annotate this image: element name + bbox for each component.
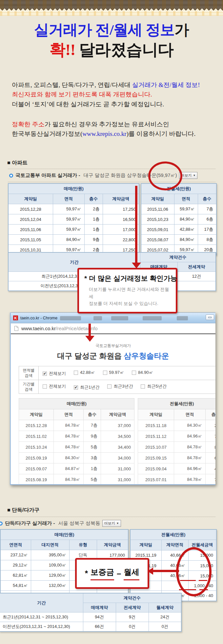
checkbox-icon[interactable] xyxy=(74,371,78,375)
filter-option[interactable]: 전체보기 xyxy=(43,383,66,389)
checkbox-icon[interactable] xyxy=(107,384,112,389)
filter-option-label: 최근5년간 xyxy=(147,383,166,389)
table-cell: 84.78㎡ xyxy=(54,474,84,485)
filter-option[interactable]: 59.97㎡ xyxy=(103,370,124,376)
apt-bar-title: 국토교통부 아파트 실거래가 - xyxy=(15,172,80,179)
red-underline-mark xyxy=(199,580,207,581)
browser-urlbar[interactable]: www.taein.co.kr/realPrice/detailinfo xyxy=(11,323,215,334)
table-row: 2015.09.0484.96㎡4 xyxy=(138,463,215,474)
table-cell: 2 xyxy=(206,420,215,431)
table-cell: 84,90㎡ xyxy=(174,214,198,225)
filter-label-line: 검색 xyxy=(20,387,38,392)
dandok-rent-group-header: 전월세(만원) xyxy=(130,529,216,540)
table-cell: 1층 xyxy=(84,225,103,235)
notice-line1-red: 정확한 주소 xyxy=(12,121,45,128)
table-cell: 66건 xyxy=(83,622,116,632)
table-cell: 17,000 xyxy=(103,225,139,235)
table-cell: 2015,10,23 xyxy=(141,214,174,225)
table-cell: 2015,12,04 xyxy=(8,214,53,225)
red-underline-mark xyxy=(179,589,196,590)
titlebar-artifact xyxy=(143,316,162,320)
table-cell: 7층 xyxy=(198,204,216,214)
filter-area-label: 면적별검색 xyxy=(19,366,39,380)
dandok-summary-table: 기간 계약건수 매매계약 전세계약 월세계약 최근1년(2014,12,31 ~… xyxy=(0,593,182,632)
filter-option[interactable]: ✔전체보기 xyxy=(43,371,66,376)
dandok-more-button[interactable]: 더보기▼ xyxy=(102,520,121,527)
table-cell: 84.78㎡ xyxy=(174,474,206,485)
checkbox-icon[interactable] xyxy=(43,384,47,389)
table-row: 2015.08.1984.78㎡5층31,000 xyxy=(19,474,134,485)
filter-option[interactable]: 최근5년간 xyxy=(141,383,166,389)
table-row: 2015,11,0659,97㎡7층 xyxy=(141,204,216,214)
table-cell: 0건 xyxy=(149,622,181,632)
col-header: 층수 xyxy=(84,194,103,204)
intro-line1-black: 아파트, 오피스텔, 단독/다가구, 연립/다세대 xyxy=(12,81,132,88)
table-cell: 9층 xyxy=(84,235,103,245)
checkbox-icon[interactable] xyxy=(103,371,107,375)
url-text[interactable]: www.taein.co.kr/realPrice/detailinfo xyxy=(21,326,98,331)
checkbox-icon[interactable]: ✔ xyxy=(43,372,47,376)
table-row: 2015.07.0184.78㎡7 xyxy=(138,474,215,485)
filter-row-period: 기간별검색 전체보기✔최근1년간최근3년간최근5년간 xyxy=(19,380,216,394)
col-header: 매매계약 xyxy=(83,603,116,612)
intro-line2: 최신자료와 함께 보기 편하도록 대폭 개편했습니다. xyxy=(12,90,215,99)
callout-word-rent: 월세 xyxy=(124,567,139,580)
checkbox-icon[interactable] xyxy=(141,384,145,389)
minimize-button[interactable] xyxy=(206,314,214,320)
table-cell: 84,90㎡ xyxy=(174,235,198,245)
table-cell: 4 xyxy=(206,463,215,474)
table-row: 2015,08,0784,90㎡8층 xyxy=(141,235,216,245)
checkbox-icon[interactable]: ✔ xyxy=(74,385,78,390)
top-plaid-band xyxy=(0,11,223,16)
dropdown-arrow-icon: ▼ xyxy=(116,522,119,525)
checkbox-icon[interactable] xyxy=(132,371,136,375)
table-cell: 24건 xyxy=(149,612,181,622)
filter-option-label: 42.88㎡ xyxy=(80,370,95,376)
table-cell: 6 xyxy=(206,453,215,463)
page-title-dark: 대구 달성군 화원읍 xyxy=(57,352,124,360)
table-cell: 34,000 xyxy=(101,453,134,463)
dandok-sale-group-header: 매매(만원) xyxy=(0,529,128,540)
summary-count-header: 계약건수 xyxy=(83,593,181,603)
krepis-link[interactable]: www.krepis.co.kr xyxy=(82,130,126,137)
col-header: 층수 xyxy=(206,409,215,420)
apt-sale-group-header: 매매(만원) xyxy=(8,183,139,194)
table-row: 2015.11.0284.78㎡9층34,500 xyxy=(19,431,134,442)
table-row: 2015,12,2859,97㎡2층17,250 xyxy=(8,204,139,214)
table-row: 이전년도(2013,12,31 ~ 2014,12,30)66건0건0건 xyxy=(0,622,181,632)
filter-option[interactable]: 42.88㎡ xyxy=(74,370,95,376)
col-header: 월세계약 xyxy=(149,603,181,612)
col-header: 전세계약 xyxy=(116,603,149,612)
callout-title: * 더 많은 실거래정보 확인가능 xyxy=(84,274,171,283)
table-cell: 34,400 xyxy=(101,442,134,453)
page-title: 대구 달성군 화원읍 삼우청솔타운 xyxy=(11,351,215,361)
titlebar-artifact xyxy=(111,316,128,320)
notice-line2: 한국부동산실거래가정보(www.krepis.co.kr)를 이용하시기 바랍니… xyxy=(12,129,215,139)
apt-table-header-bar: 국토교통부 아파트 실거래가 - 대구 달성군 화원읍 삼우청솔타운(59,97… xyxy=(8,169,215,182)
column-header-row: 계약일 면적 층수 계약금액 xyxy=(8,194,139,204)
filter-option[interactable]: 최근3년간 xyxy=(107,383,133,389)
bullet-circle-icon xyxy=(0,522,3,526)
table-cell: 84.30㎡ xyxy=(174,420,206,431)
table-cell: 84.96㎡ xyxy=(174,463,206,474)
col-header: 면적 xyxy=(174,194,198,204)
table-cell: 2015.11.02 xyxy=(19,431,54,442)
dandok-bar-title: 단독/다가구 실거래가 - xyxy=(5,520,55,526)
table-cell: 2015.11.12 xyxy=(138,431,174,442)
filter-option[interactable]: ✔최근1년간 xyxy=(74,384,99,390)
col-header: 계약일 xyxy=(19,409,54,420)
page-subtitle: 국토교통부실거래가 xyxy=(11,343,215,349)
url-host: www.taein.co.kr xyxy=(21,326,56,331)
table-cell: 2015.07.01 xyxy=(138,474,174,485)
table-cell: 132,00㎡ xyxy=(31,581,69,591)
filter-option-label: 최근3년간 xyxy=(113,383,133,389)
red-circle-annotation-more xyxy=(148,161,182,190)
filter-option-label: 전체보기 xyxy=(49,383,66,389)
col-header: 계약일 xyxy=(141,194,174,204)
table-cell: 0건 xyxy=(116,622,149,632)
filter-option[interactable]: 84.90㎡ xyxy=(132,370,153,376)
table-cell: 1층 xyxy=(84,463,101,474)
table-cell: 237,12㎡ xyxy=(0,550,31,560)
notice-line2-post: )를 이용하시기 바랍니다. xyxy=(127,130,196,137)
table-row: 2015.12.2884.78㎡7층37,000 xyxy=(19,420,134,431)
